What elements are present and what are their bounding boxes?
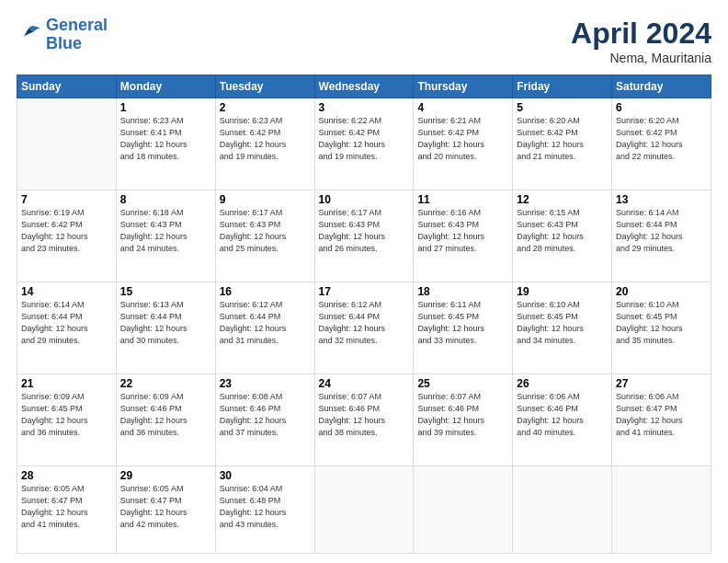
calendar-cell: 9Sunrise: 6:17 AM Sunset: 6:43 PM Daylig… (215, 190, 314, 282)
title-area: April 2024 Nema, Mauritania (571, 17, 711, 65)
calendar-cell: 4Sunrise: 6:21 AM Sunset: 6:42 PM Daylig… (414, 98, 513, 190)
month-title: April 2024 (571, 17, 711, 51)
day-info: Sunrise: 6:12 AM Sunset: 6:44 PM Dayligh… (220, 299, 311, 347)
calendar-cell: 27Sunrise: 6:06 AM Sunset: 6:47 PM Dayli… (612, 373, 711, 465)
day-number: 14 (21, 285, 112, 298)
day-number: 15 (120, 285, 211, 298)
day-number: 16 (220, 285, 311, 298)
logo-line2: Blue (46, 34, 82, 52)
calendar-cell: 25Sunrise: 6:07 AM Sunset: 6:46 PM Dayli… (414, 373, 513, 465)
calendar-cell: 20Sunrise: 6:10 AM Sunset: 6:45 PM Dayli… (612, 282, 711, 373)
calendar-cell: 2Sunrise: 6:23 AM Sunset: 6:42 PM Daylig… (215, 98, 314, 190)
day-info: Sunrise: 6:06 AM Sunset: 6:47 PM Dayligh… (616, 391, 707, 439)
calendar-cell: 13Sunrise: 6:14 AM Sunset: 6:44 PM Dayli… (612, 190, 711, 282)
calendar-cell: 19Sunrise: 6:10 AM Sunset: 6:45 PM Dayli… (513, 282, 612, 373)
logo: General Blue (17, 17, 108, 53)
calendar-cell: 10Sunrise: 6:17 AM Sunset: 6:43 PM Dayli… (314, 190, 414, 282)
day-info: Sunrise: 6:11 AM Sunset: 6:45 PM Dayligh… (417, 299, 508, 347)
day-number: 29 (120, 469, 211, 482)
day-number: 18 (417, 285, 508, 298)
calendar-cell: 24Sunrise: 6:07 AM Sunset: 6:46 PM Dayli… (314, 373, 414, 465)
calendar-cell: 7Sunrise: 6:19 AM Sunset: 6:42 PM Daylig… (17, 190, 117, 282)
day-info: Sunrise: 6:17 AM Sunset: 6:43 PM Dayligh… (220, 207, 311, 255)
calendar-cell (17, 98, 117, 190)
day-number: 11 (417, 193, 508, 206)
calendar-cell: 15Sunrise: 6:13 AM Sunset: 6:44 PM Dayli… (116, 282, 215, 373)
day-number: 9 (220, 193, 311, 206)
calendar-cell: 12Sunrise: 6:15 AM Sunset: 6:43 PM Dayli… (513, 190, 612, 282)
day-info: Sunrise: 6:10 AM Sunset: 6:45 PM Dayligh… (616, 299, 707, 347)
day-info: Sunrise: 6:07 AM Sunset: 6:46 PM Dayligh… (417, 391, 508, 439)
day-number: 27 (616, 377, 707, 390)
day-info: Sunrise: 6:19 AM Sunset: 6:42 PM Dayligh… (21, 207, 112, 255)
day-number: 17 (319, 285, 410, 298)
logo-line1: General (46, 16, 108, 34)
day-number: 24 (319, 377, 410, 390)
day-number: 7 (21, 193, 112, 206)
calendar-cell: 22Sunrise: 6:09 AM Sunset: 6:46 PM Dayli… (116, 373, 215, 465)
day-info: Sunrise: 6:13 AM Sunset: 6:44 PM Dayligh… (120, 299, 211, 347)
logo-icon (17, 24, 42, 46)
day-info: Sunrise: 6:05 AM Sunset: 6:47 PM Dayligh… (120, 483, 211, 531)
day-info: Sunrise: 6:08 AM Sunset: 6:46 PM Dayligh… (220, 391, 311, 439)
weekday-header: Monday (116, 75, 215, 98)
weekday-header: Wednesday (314, 75, 414, 98)
day-info: Sunrise: 6:18 AM Sunset: 6:43 PM Dayligh… (120, 207, 211, 255)
day-number: 2 (220, 101, 311, 114)
calendar-cell: 23Sunrise: 6:08 AM Sunset: 6:46 PM Dayli… (215, 373, 314, 465)
calendar-cell: 8Sunrise: 6:18 AM Sunset: 6:43 PM Daylig… (116, 190, 215, 282)
weekday-header: Tuesday (215, 75, 314, 98)
day-number: 26 (517, 377, 608, 390)
calendar-cell: 11Sunrise: 6:16 AM Sunset: 6:43 PM Dayli… (414, 190, 513, 282)
day-info: Sunrise: 6:23 AM Sunset: 6:42 PM Dayligh… (220, 115, 311, 163)
calendar-cell: 5Sunrise: 6:20 AM Sunset: 6:42 PM Daylig… (513, 98, 612, 190)
calendar-cell: 6Sunrise: 6:20 AM Sunset: 6:42 PM Daylig… (612, 98, 711, 190)
week-row: 7Sunrise: 6:19 AM Sunset: 6:42 PM Daylig… (17, 190, 711, 282)
day-number: 1 (120, 101, 211, 114)
day-number: 3 (319, 101, 410, 114)
page: General Blue April 2024 Nema, Mauritania… (0, 0, 728, 563)
day-info: Sunrise: 6:20 AM Sunset: 6:42 PM Dayligh… (517, 115, 608, 163)
day-info: Sunrise: 6:04 AM Sunset: 6:48 PM Dayligh… (220, 483, 311, 531)
weekday-header: Friday (513, 75, 612, 98)
day-number: 8 (120, 193, 211, 206)
day-info: Sunrise: 6:05 AM Sunset: 6:47 PM Dayligh… (21, 483, 112, 531)
day-number: 13 (616, 193, 707, 206)
day-number: 20 (616, 285, 707, 298)
day-number: 5 (517, 101, 608, 114)
day-info: Sunrise: 6:17 AM Sunset: 6:43 PM Dayligh… (319, 207, 410, 255)
day-info: Sunrise: 6:15 AM Sunset: 6:43 PM Dayligh… (517, 207, 608, 255)
day-info: Sunrise: 6:16 AM Sunset: 6:43 PM Dayligh… (417, 207, 508, 255)
header: General Blue April 2024 Nema, Mauritania (17, 17, 711, 65)
day-info: Sunrise: 6:10 AM Sunset: 6:45 PM Dayligh… (517, 299, 608, 347)
day-number: 22 (120, 377, 211, 390)
week-row: 21Sunrise: 6:09 AM Sunset: 6:45 PM Dayli… (17, 373, 711, 465)
weekday-header: Saturday (612, 75, 711, 98)
calendar-cell: 21Sunrise: 6:09 AM Sunset: 6:45 PM Dayli… (17, 373, 117, 465)
day-info: Sunrise: 6:09 AM Sunset: 6:45 PM Dayligh… (21, 391, 112, 439)
day-number: 4 (417, 101, 508, 114)
weekday-header: Thursday (414, 75, 513, 98)
weekday-header-row: SundayMondayTuesdayWednesdayThursdayFrid… (17, 75, 711, 98)
week-row: 14Sunrise: 6:14 AM Sunset: 6:44 PM Dayli… (17, 282, 711, 373)
day-number: 25 (417, 377, 508, 390)
day-number: 6 (616, 101, 707, 114)
day-number: 28 (21, 469, 112, 482)
day-info: Sunrise: 6:14 AM Sunset: 6:44 PM Dayligh… (21, 299, 112, 347)
calendar-cell: 30Sunrise: 6:04 AM Sunset: 6:48 PM Dayli… (215, 465, 314, 553)
calendar-cell: 26Sunrise: 6:06 AM Sunset: 6:46 PM Dayli… (513, 373, 612, 465)
day-info: Sunrise: 6:22 AM Sunset: 6:42 PM Dayligh… (319, 115, 410, 163)
calendar-cell: 14Sunrise: 6:14 AM Sunset: 6:44 PM Dayli… (17, 282, 117, 373)
calendar-cell (612, 465, 711, 553)
day-info: Sunrise: 6:06 AM Sunset: 6:46 PM Dayligh… (517, 391, 608, 439)
logo-text: General Blue (46, 17, 108, 53)
day-number: 30 (220, 469, 311, 482)
day-info: Sunrise: 6:20 AM Sunset: 6:42 PM Dayligh… (616, 115, 707, 163)
day-number: 23 (220, 377, 311, 390)
calendar-cell: 28Sunrise: 6:05 AM Sunset: 6:47 PM Dayli… (17, 465, 117, 553)
day-number: 19 (517, 285, 608, 298)
calendar-cell: 16Sunrise: 6:12 AM Sunset: 6:44 PM Dayli… (215, 282, 314, 373)
week-row: 1Sunrise: 6:23 AM Sunset: 6:41 PM Daylig… (17, 98, 711, 190)
day-info: Sunrise: 6:07 AM Sunset: 6:46 PM Dayligh… (319, 391, 410, 439)
day-info: Sunrise: 6:12 AM Sunset: 6:44 PM Dayligh… (319, 299, 410, 347)
